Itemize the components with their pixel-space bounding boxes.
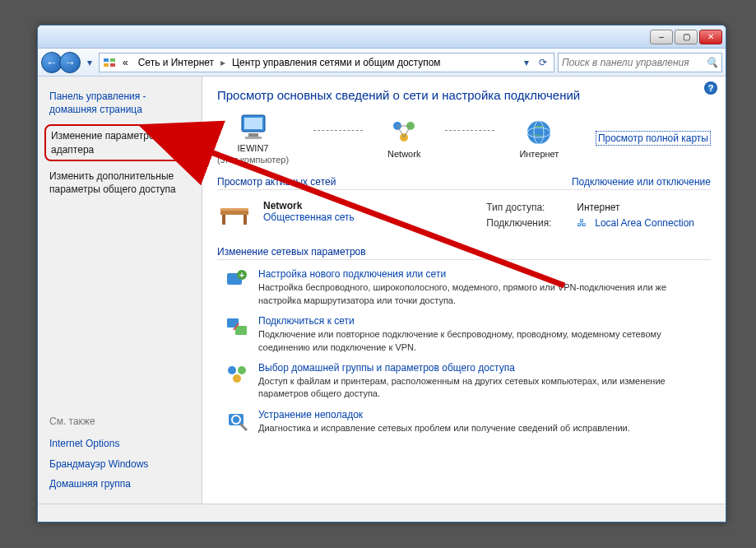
svg-rect-7	[245, 137, 262, 139]
full-map-link[interactable]: Просмотр полной карты	[596, 131, 711, 146]
sidebar: Панель управления - домашняя страница Из…	[38, 77, 202, 504]
svg-text:+: +	[239, 271, 244, 280]
map-pc-label: IEWIN7	[238, 143, 269, 153]
svg-rect-5	[244, 118, 262, 129]
svg-rect-19	[222, 215, 225, 225]
map-net-label: Network	[387, 149, 420, 159]
network-row: Network Общественная сеть Тип доступа: И…	[217, 197, 711, 235]
svg-point-26	[228, 366, 236, 374]
breadcrumb-network[interactable]: Сеть и Интернет	[135, 55, 217, 70]
network-type-link[interactable]: Общественная сеть	[263, 211, 355, 223]
setting-homegroup-desc: Доступ к файлам и принтерам, расположенн…	[258, 375, 711, 401]
svg-rect-2	[104, 63, 109, 67]
breadcrumb-root[interactable]: «	[119, 55, 132, 70]
address-bar[interactable]: « Сеть и Интернет ▸ Центр управления сет…	[99, 53, 554, 72]
svg-rect-25	[235, 326, 247, 335]
search-box[interactable]: 🔍	[558, 53, 722, 72]
access-type-value: Интернет	[577, 200, 619, 216]
titlebar: – ▢ ✕	[38, 26, 726, 49]
connection-link[interactable]: Local Area Connection	[595, 216, 694, 231]
map-node-network: Network	[387, 118, 420, 159]
refresh-button[interactable]: ⟳	[536, 55, 550, 70]
active-networks-heading: Просмотр активных сетей Подключение или …	[217, 176, 711, 190]
map-node-internet: Интернет	[519, 118, 559, 159]
network-icon	[387, 118, 420, 147]
help-icon[interactable]: ?	[704, 81, 717, 95]
breadcrumb-sep-icon: ▸	[220, 57, 225, 68]
network-settings-heading: Изменение сетевых параметров	[217, 246, 711, 260]
sidebar-home-link[interactable]: Панель управления - домашняя страница	[38, 86, 202, 119]
map-connector	[445, 130, 494, 131]
control-panel-icon	[103, 56, 116, 69]
svg-rect-3	[110, 63, 115, 67]
map-pc-sublabel: (этот компьютер)	[217, 155, 289, 165]
troubleshoot-icon	[225, 409, 248, 432]
recent-dropdown-icon[interactable]: ▾	[84, 54, 95, 71]
breadcrumb-sharing-center[interactable]: Центр управления сетями и общим доступом	[229, 55, 444, 70]
search-icon: 🔍	[706, 57, 718, 68]
sidebar-homegroup[interactable]: Домашняя группа	[38, 474, 202, 494]
sidebar-internet-options[interactable]: Internet Options	[38, 434, 202, 453]
main-panel: ? Просмотр основных сведений о сети и на…	[202, 77, 726, 504]
new-connection-icon: +	[225, 268, 248, 291]
forward-button[interactable]: →	[59, 52, 81, 73]
setting-troubleshoot: Устранение неполадок Диагностика и испра…	[225, 409, 711, 434]
svg-point-27	[238, 366, 246, 374]
map-connector	[313, 130, 363, 131]
access-type-label: Тип доступа:	[486, 200, 568, 216]
svg-rect-18	[220, 208, 248, 211]
svg-rect-6	[248, 133, 258, 137]
connect-disconnect-link[interactable]: Подключение или отключение	[572, 176, 711, 188]
setting-connect-network-link[interactable]: Подключиться к сети	[258, 315, 711, 327]
sidebar-sharing-link[interactable]: Изменить дополнительные параметры общего…	[38, 166, 202, 199]
svg-point-28	[233, 374, 241, 383]
close-button[interactable]: ✕	[699, 30, 722, 44]
connections-label: Подключения:	[486, 216, 568, 231]
ethernet-icon: 🖧	[577, 216, 587, 231]
navbar: ← → ▾ « Сеть и Интернет ▸ Центр управлен…	[38, 49, 726, 77]
setting-connect-network-desc: Подключение или повторное подключение к …	[258, 328, 711, 354]
svg-point-14	[527, 121, 550, 144]
setting-new-connection-desc: Настройка беспроводного, широкополосного…	[258, 281, 711, 307]
search-input[interactable]	[562, 57, 706, 68]
page-title: Просмотр основных сведений о сети и наст…	[217, 88, 711, 102]
setting-homegroup-link[interactable]: Выбор домашней группы и параметров общег…	[258, 362, 711, 374]
network-settings-label: Изменение сетевых параметров	[217, 246, 366, 258]
map-internet-label: Интернет	[519, 149, 559, 159]
connect-network-icon	[225, 315, 248, 338]
setting-troubleshoot-link[interactable]: Устранение неполадок	[258, 409, 630, 420]
setting-troubleshoot-desc: Диагностика и исправление сетевых пробле…	[258, 422, 630, 434]
svg-rect-0	[104, 58, 109, 62]
active-networks-label: Просмотр активных сетей	[217, 176, 336, 188]
annotation-highlight: Изменение параметров адаптера	[44, 124, 195, 160]
computer-icon	[237, 112, 270, 142]
see-also-heading: См. также	[38, 412, 202, 434]
setting-new-connection: + Настройка нового подключения или сети …	[225, 268, 711, 307]
setting-homegroup: Выбор домашней группы и параметров общег…	[225, 362, 711, 401]
window-frame: – ▢ ✕ ← → ▾ « Сеть и Интернет ▸ Центр уп…	[37, 25, 726, 522]
globe-icon	[522, 118, 555, 147]
sidebar-adapter-link[interactable]: Изменение параметров адаптера	[51, 129, 188, 156]
network-map: IEWIN7 (этот компьютер) Network Интернет	[217, 112, 711, 165]
svg-rect-20	[243, 215, 247, 225]
bench-icon	[217, 200, 252, 230]
minimize-button[interactable]: –	[650, 30, 673, 44]
network-name: Network	[263, 200, 355, 211]
map-node-computer: IEWIN7 (этот компьютер)	[217, 112, 289, 165]
setting-new-connection-link[interactable]: Настройка нового подключения или сети	[258, 268, 711, 280]
address-dropdown-icon[interactable]: ▾	[519, 55, 534, 70]
svg-rect-1	[110, 58, 115, 62]
sidebar-firewall[interactable]: Брандмауэр Windows	[38, 454, 202, 474]
maximize-button[interactable]: ▢	[675, 30, 698, 44]
homegroup-icon	[225, 362, 248, 385]
statusbar	[38, 504, 726, 522]
setting-connect-network: Подключиться к сети Подключение или повт…	[225, 315, 711, 354]
